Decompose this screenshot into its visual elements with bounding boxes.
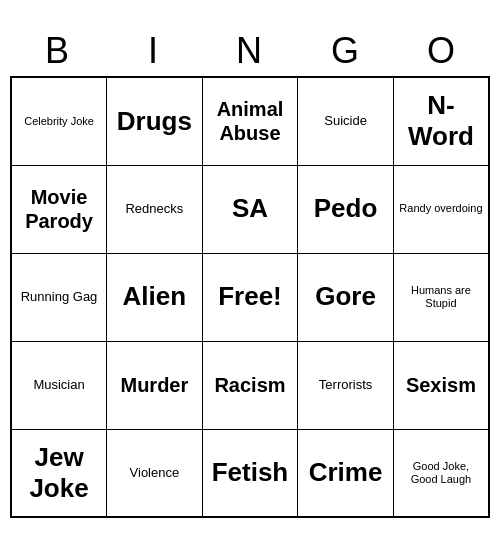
cell-4-4: Good Joke, Good Laugh: [393, 429, 489, 517]
cell-0-1: Drugs: [107, 77, 203, 165]
header-i: I: [106, 26, 202, 76]
header-b: B: [10, 26, 106, 76]
cell-3-4: Sexism: [393, 341, 489, 429]
cell-0-4: N-Word: [393, 77, 489, 165]
cell-text-0-0: Celebrity Joke: [16, 115, 102, 128]
cell-text-1-3: Pedo: [302, 193, 389, 224]
cell-3-0: Musician: [11, 341, 107, 429]
cell-text-2-4: Humans are Stupid: [398, 284, 484, 310]
cell-text-4-0: Jew Joke: [16, 442, 102, 504]
cell-2-1: Alien: [107, 253, 203, 341]
cell-0-0: Celebrity Joke: [11, 77, 107, 165]
cell-1-2: SA: [202, 165, 298, 253]
cell-1-4: Randy overdoing: [393, 165, 489, 253]
cell-text-4-1: Violence: [111, 465, 198, 481]
header-o: O: [394, 26, 490, 76]
cell-text-4-3: Crime: [302, 457, 389, 488]
cell-text-1-1: Rednecks: [111, 201, 198, 217]
cell-text-3-2: Racism: [207, 373, 294, 397]
bingo-grid: Celebrity JokeDrugsAnimal AbuseSuicideN-…: [10, 76, 490, 518]
cell-text-2-1: Alien: [111, 281, 198, 312]
cell-0-3: Suicide: [298, 77, 394, 165]
cell-text-2-0: Running Gag: [16, 289, 102, 305]
cell-text-3-3: Terrorists: [302, 377, 389, 393]
cell-3-2: Racism: [202, 341, 298, 429]
header-n: N: [202, 26, 298, 76]
cell-4-1: Violence: [107, 429, 203, 517]
cell-text-2-2: Free!: [207, 281, 294, 312]
cell-2-4: Humans are Stupid: [393, 253, 489, 341]
header-g: G: [298, 26, 394, 76]
cell-1-3: Pedo: [298, 165, 394, 253]
cell-text-3-0: Musician: [16, 377, 102, 393]
cell-text-2-3: Gore: [302, 281, 389, 312]
cell-2-2: Free!: [202, 253, 298, 341]
cell-text-1-0: Movie Parody: [16, 185, 102, 233]
cell-3-1: Murder: [107, 341, 203, 429]
cell-4-0: Jew Joke: [11, 429, 107, 517]
cell-2-0: Running Gag: [11, 253, 107, 341]
cell-3-3: Terrorists: [298, 341, 394, 429]
cell-text-4-2: Fetish: [207, 457, 294, 488]
cell-text-4-4: Good Joke, Good Laugh: [398, 460, 484, 486]
cell-0-2: Animal Abuse: [202, 77, 298, 165]
cell-text-0-3: Suicide: [302, 113, 389, 129]
cell-4-3: Crime: [298, 429, 394, 517]
cell-4-2: Fetish: [202, 429, 298, 517]
cell-text-1-4: Randy overdoing: [398, 202, 484, 215]
cell-text-3-4: Sexism: [398, 373, 484, 397]
cell-text-3-1: Murder: [111, 373, 198, 397]
cell-text-1-2: SA: [207, 193, 294, 224]
bingo-card: B I N G O Celebrity JokeDrugsAnimal Abus…: [10, 26, 490, 518]
cell-text-0-2: Animal Abuse: [207, 97, 294, 145]
bingo-header: B I N G O: [10, 26, 490, 76]
cell-1-0: Movie Parody: [11, 165, 107, 253]
cell-1-1: Rednecks: [107, 165, 203, 253]
cell-text-0-1: Drugs: [111, 106, 198, 137]
cell-text-0-4: N-Word: [398, 90, 484, 152]
cell-2-3: Gore: [298, 253, 394, 341]
